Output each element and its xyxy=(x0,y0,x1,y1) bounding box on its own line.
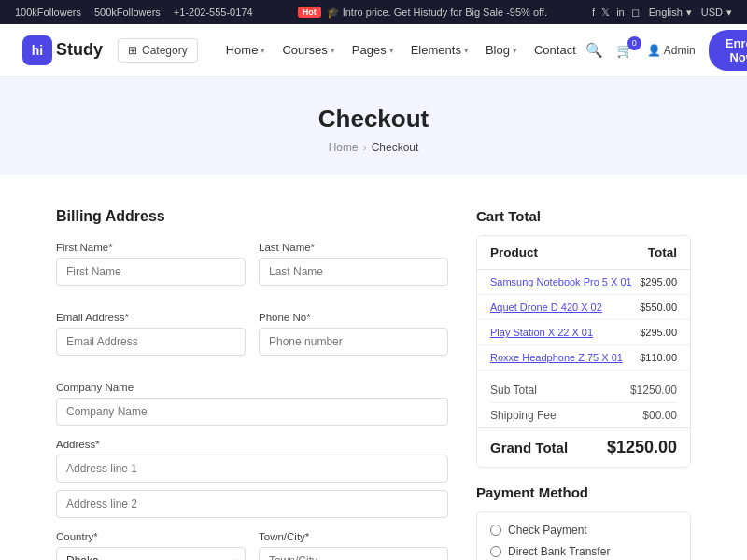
cart-section: Cart Total Product Total Samsung Noteboo… xyxy=(476,208,691,560)
phone-label: Phone No* xyxy=(259,312,448,323)
nav-courses[interactable]: Courses ▾ xyxy=(282,43,334,57)
cart-item-2: Play Station X 22 X 01 $295.00 xyxy=(477,320,690,345)
social-icons: f 𝕏 in ◻ xyxy=(592,7,640,19)
cart-button[interactable]: 🛒 0 xyxy=(616,42,634,59)
address-label: Address* xyxy=(56,439,448,450)
logo-icon: hi xyxy=(22,35,52,65)
last-name-input[interactable] xyxy=(259,258,448,286)
country-town-row: Country* Dhaka ▾ Town/City* xyxy=(56,531,448,560)
cart-table-header: Product Total xyxy=(477,236,690,270)
facebook-icon[interactable]: f xyxy=(592,7,595,18)
country-select[interactable]: Dhaka xyxy=(56,547,246,560)
address-line2-input[interactable] xyxy=(56,490,448,518)
breadcrumb-current: Checkout xyxy=(372,141,419,154)
nav-contact[interactable]: Contact xyxy=(534,43,576,57)
payment-box: Check Payment Direct Bank Transfer Cash … xyxy=(476,511,691,560)
payment-section: Payment Method Check Payment Direct Bank… xyxy=(476,484,691,560)
shipping-value: $00.00 xyxy=(642,409,677,422)
product-name-0[interactable]: Samsung Notebook Pro 5 X 01 xyxy=(490,276,632,287)
payment-check-radio[interactable] xyxy=(490,525,501,536)
cart-item-1: Aquet Drone D 420 X 02 $550.00 xyxy=(477,295,690,320)
category-button[interactable]: ⊞ Category xyxy=(118,38,198,63)
page-hero: Checkout Home › Checkout xyxy=(0,77,747,175)
twitter-icon[interactable]: 𝕏 xyxy=(601,7,610,19)
address-line1-input[interactable] xyxy=(56,455,448,483)
instagram-icon[interactable]: ◻ xyxy=(631,7,640,19)
subtotal-label: Sub Total xyxy=(490,384,537,397)
first-name-label: First Name* xyxy=(56,242,246,253)
shipping-row: Shipping Fee $00.00 xyxy=(490,403,677,427)
page-title: Checkout xyxy=(0,105,747,133)
admin-link[interactable]: 👤 Admin xyxy=(647,44,696,57)
email-input[interactable] xyxy=(56,328,246,356)
phone-input[interactable] xyxy=(259,328,448,356)
product-name-1[interactable]: Aquet Drone D 420 X 02 xyxy=(490,301,602,313)
currency-selector[interactable]: USD ▾ xyxy=(701,7,732,19)
breadcrumb-home[interactable]: Home xyxy=(329,141,359,154)
search-icon[interactable]: 🔍 xyxy=(585,42,603,59)
email-label: Email Address* xyxy=(56,312,246,323)
cart-summary: Sub Total $1250.00 Shipping Fee $00.00 xyxy=(477,371,690,427)
promo-text: 🎓 Intro price. Get Histudy for Big Sale … xyxy=(327,7,547,19)
nav-blog[interactable]: Blog ▾ xyxy=(486,43,517,57)
product-header: Product xyxy=(490,245,538,259)
logo[interactable]: hi Study xyxy=(22,35,103,65)
grid-icon: ⊞ xyxy=(128,44,137,57)
chevron-down-icon: ▾ xyxy=(686,7,692,19)
product-name-2[interactable]: Play Station X 22 X 01 xyxy=(490,327,593,338)
first-name-input[interactable] xyxy=(56,258,246,286)
country-group: Country* Dhaka ▾ xyxy=(56,531,246,560)
currency-label: USD xyxy=(701,7,723,18)
product-price-3: $110.00 xyxy=(640,352,677,363)
town-input[interactable] xyxy=(259,547,448,560)
nav-pages[interactable]: Pages ▾ xyxy=(352,43,394,57)
chevron-down-icon: ▾ xyxy=(464,46,469,55)
payment-check[interactable]: Check Payment xyxy=(490,524,677,537)
grand-total-value: $1250.00 xyxy=(607,438,677,457)
header-right: 🔍 🛒 0 👤 Admin Enroll Now xyxy=(585,30,747,71)
cart-title: Cart Total xyxy=(476,208,691,224)
breadcrumb: Home › Checkout xyxy=(0,141,747,154)
payment-bank[interactable]: Direct Bank Transfer xyxy=(490,545,677,558)
product-price-0: $295.00 xyxy=(640,276,677,287)
language-selector[interactable]: English ▾ xyxy=(649,7,692,19)
chevron-down-icon: ▾ xyxy=(513,46,517,55)
contact-row: Email Address* Phone No* xyxy=(56,312,448,369)
address-group: Address* xyxy=(56,439,448,518)
top-bar-center: Hot 🎓 Intro price. Get Histudy for Big S… xyxy=(298,7,547,19)
first-name-group: First Name* xyxy=(56,242,246,286)
payment-title: Payment Method xyxy=(476,484,691,500)
phone-group: Phone No* xyxy=(259,312,448,356)
product-name-3[interactable]: Roxxe Headphone Z 75 X 01 xyxy=(490,352,623,363)
chevron-down-icon: ▾ xyxy=(726,7,732,19)
last-name-group: Last Name* xyxy=(259,242,448,286)
nav-home[interactable]: Home ▾ xyxy=(226,43,266,57)
shipping-label: Shipping Fee xyxy=(490,409,557,422)
company-label: Company Name xyxy=(56,382,448,393)
company-group: Company Name xyxy=(56,382,448,426)
grand-total-label: Grand Total xyxy=(490,440,568,455)
subtotal-value: $1250.00 xyxy=(630,384,677,397)
cart-item-0: Samsung Notebook Pro 5 X 01 $295.00 xyxy=(477,270,690,295)
company-input[interactable] xyxy=(56,398,448,426)
followers2: 500kFollowers xyxy=(94,7,161,18)
chevron-down-icon: ▾ xyxy=(331,46,335,55)
main-nav: Home ▾ Courses ▾ Pages ▾ Elements ▾ Blog… xyxy=(226,43,576,57)
linkedin-icon[interactable]: in xyxy=(616,7,625,18)
payment-bank-radio[interactable] xyxy=(490,546,501,557)
town-label: Town/City* xyxy=(259,531,448,542)
billing-section: Billing Address First Name* Last Name* E… xyxy=(56,208,448,560)
nav-elements[interactable]: Elements ▾ xyxy=(411,43,469,57)
main-container: Billing Address First Name* Last Name* E… xyxy=(0,208,747,560)
total-header: Total xyxy=(648,245,677,259)
followers1: 100kFollowers xyxy=(15,7,81,18)
subtotal-row: Sub Total $1250.00 xyxy=(490,378,677,403)
enroll-button[interactable]: Enroll Now xyxy=(709,30,747,71)
top-bar-left: 100kFollowers 500kFollowers +1-202-555-0… xyxy=(15,7,253,18)
product-price-1: $550.00 xyxy=(640,301,677,313)
logo-text: Study xyxy=(56,40,103,60)
billing-title: Billing Address xyxy=(56,208,448,225)
header: hi Study ⊞ Category Home ▾ Courses ▾ Pag… xyxy=(0,24,747,77)
top-bar-right: f 𝕏 in ◻ English ▾ USD ▾ xyxy=(592,7,732,19)
top-bar: 100kFollowers 500kFollowers +1-202-555-0… xyxy=(0,0,747,24)
